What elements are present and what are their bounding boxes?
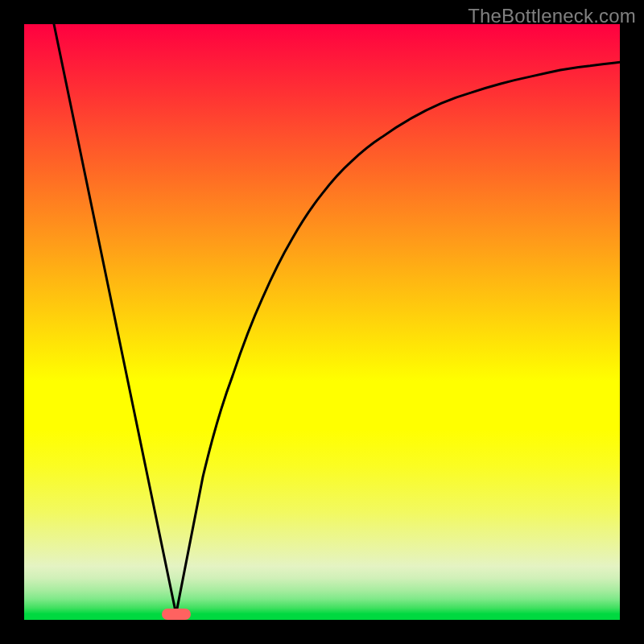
min-marker <box>162 609 191 620</box>
chart-curve <box>24 24 620 620</box>
chart-container: TheBottleneck.com <box>0 0 644 644</box>
plot-area <box>24 24 620 620</box>
watermark-text: TheBottleneck.com <box>468 5 636 27</box>
